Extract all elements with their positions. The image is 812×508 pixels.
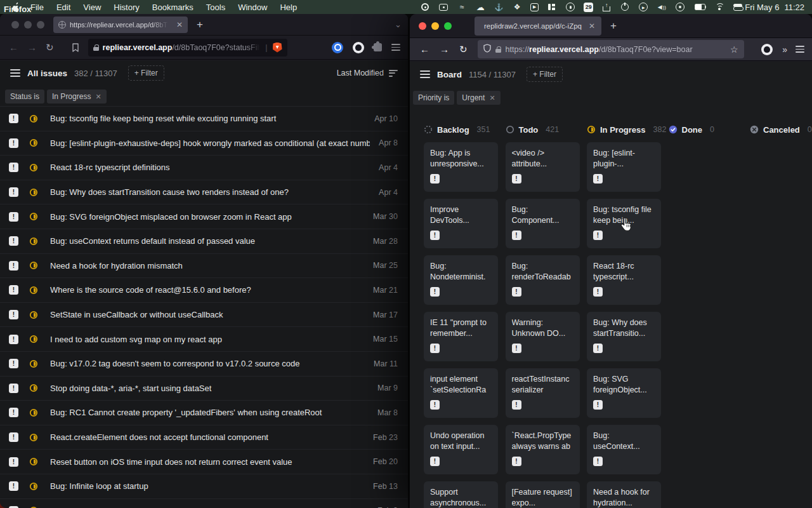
priority-urgent-icon[interactable] <box>9 285 18 295</box>
status-in-progress-icon[interactable] <box>29 163 38 172</box>
issue-row[interactable]: SetState in useCallback or without useCa… <box>0 302 408 327</box>
priority-urgent-icon[interactable] <box>9 261 18 271</box>
brave-shield-icon[interactable] <box>273 43 282 53</box>
new-tab-button[interactable]: + <box>197 18 203 31</box>
status-in-progress-icon[interactable] <box>29 457 38 466</box>
issue-row[interactable]: [DevTools Bug] Unsupported Bridge operat… <box>0 498 408 508</box>
priority-urgent-icon[interactable] <box>512 231 521 240</box>
board-card[interactable]: reactTestInstanc serializer <box>506 368 580 418</box>
tab-list-chevron-icon[interactable]: ⌄ <box>395 20 402 29</box>
board-card[interactable]: Improve DevTools... <box>424 199 498 248</box>
issue-row[interactable]: Where is the source code of react@15.6.0… <box>0 277 408 302</box>
calendar-icon[interactable]: 29 <box>584 3 593 12</box>
lock-icon[interactable] <box>93 44 99 51</box>
status-in-progress-icon[interactable] <box>29 408 38 417</box>
add-filter-button[interactable]: + Filter <box>527 67 563 82</box>
dropbox-icon[interactable]: ❖ <box>512 2 522 12</box>
address-bar[interactable]: repliear.vercel.app/d/8bTaoq7F0e?statusF… <box>88 39 287 57</box>
lock-icon[interactable] <box>495 46 501 53</box>
forward-button[interactable]: → <box>27 42 37 53</box>
reload-button[interactable]: ↻ <box>46 42 54 53</box>
one-password-icon[interactable] <box>565 2 575 12</box>
priority-urgent-icon[interactable] <box>512 457 521 466</box>
docker-icon[interactable]: ⚓ <box>494 2 504 12</box>
board-card[interactable]: Bug: useContext... <box>587 425 661 474</box>
priority-urgent-icon[interactable] <box>9 163 18 172</box>
status-in-progress-icon[interactable] <box>29 286 38 295</box>
screen-record-icon[interactable] <box>438 2 449 12</box>
remove-filter-icon[interactable]: ✕ <box>489 94 495 102</box>
extensions-puzzle-icon[interactable] <box>374 43 382 51</box>
browser-menu-icon[interactable] <box>796 46 804 53</box>
reload-button[interactable]: ↻ <box>459 44 468 55</box>
play-square-icon[interactable]: ▶ <box>530 3 539 11</box>
board-card[interactable]: Bug: Why does startTransitio... <box>587 312 661 361</box>
remove-filter-icon[interactable]: ✕ <box>95 93 101 101</box>
minimize-window-button[interactable] <box>24 21 32 29</box>
status-in-progress-icon[interactable] <box>29 114 38 123</box>
priority-urgent-icon[interactable] <box>512 400 521 410</box>
status-in-progress-icon[interactable] <box>29 384 38 392</box>
battery-icon[interactable] <box>693 2 706 12</box>
issue-row[interactable]: Bug: [eslint-plugin-exhaustive-deps] hoo… <box>0 131 408 156</box>
wifi-icon[interactable] <box>714 2 724 12</box>
filter-chip[interactable]: Status is <box>5 90 44 104</box>
issue-row[interactable]: Bug: RC1 Cannot create property '_update… <box>0 400 408 425</box>
filter-chip[interactable]: Urgent ✕ <box>457 91 500 105</box>
cloud-icon[interactable]: ☁ <box>475 2 485 12</box>
status-in-progress-icon[interactable] <box>29 188 38 197</box>
priority-urgent-icon[interactable] <box>9 236 18 246</box>
issue-row[interactable]: Bug: v17.0.2 tag doesn't seem to corresp… <box>0 351 408 376</box>
issue-row[interactable]: Bug: tsconfig file keep being reset whil… <box>0 106 408 131</box>
priority-urgent-icon[interactable] <box>9 481 18 491</box>
issue-row[interactable]: React 18-rc typescript definitions Apr 4 <box>0 155 408 180</box>
bookmark-star-icon[interactable]: ☆ <box>730 44 738 55</box>
board-card[interactable]: Warning: Unknown DO... <box>506 312 580 361</box>
board-card[interactable]: <video /> attribute... <box>506 142 580 192</box>
overflow-chevrons-icon[interactable]: » <box>782 44 786 55</box>
board-card[interactable]: input element `setSelectionRa <box>424 368 498 418</box>
menu-app-name[interactable]: Firefox <box>0 4 812 14</box>
board-card[interactable]: Bug: SVG foreignObject... <box>587 368 661 418</box>
priority-urgent-icon[interactable] <box>593 457 603 466</box>
priority-urgent-icon[interactable] <box>593 344 603 353</box>
vpn-icon[interactable]: ≈ <box>457 2 467 12</box>
priority-urgent-icon[interactable] <box>9 187 18 197</box>
priority-urgent-icon[interactable] <box>9 114 18 123</box>
browser-tab[interactable]: replidraw2.vercel.app/d/c-iZpq ✕ <box>475 17 601 36</box>
back-button[interactable]: ← <box>420 44 429 55</box>
board-card[interactable]: Bug: Component... <box>506 199 580 248</box>
status-in-progress-icon[interactable] <box>29 237 38 246</box>
sort-label[interactable]: Last Modified <box>337 69 384 77</box>
issue-row[interactable]: Bug: SVG foreignObject misplaced on brow… <box>0 204 408 229</box>
github-extension-icon[interactable] <box>761 44 773 55</box>
status-in-progress-icon[interactable] <box>29 138 38 147</box>
priority-urgent-icon[interactable] <box>9 457 18 467</box>
forward-button[interactable]: → <box>440 44 449 55</box>
status-in-progress-icon[interactable] <box>29 261 38 270</box>
issue-row[interactable]: Bug: Infinite loop at startup Feb 13 <box>0 474 408 498</box>
priority-urgent-icon[interactable] <box>430 287 440 297</box>
priority-urgent-icon[interactable] <box>9 384 18 393</box>
priority-urgent-icon[interactable] <box>430 231 440 240</box>
browser-menu-icon[interactable] <box>391 44 400 51</box>
tab-close-icon[interactable]: ✕ <box>176 20 183 29</box>
priority-urgent-icon[interactable] <box>9 408 18 417</box>
filter-chip[interactable]: In Progress ✕ <box>47 90 107 104</box>
priority-urgent-icon[interactable] <box>512 344 521 353</box>
priority-urgent-icon[interactable] <box>9 212 18 222</box>
board-card[interactable]: Need a hook for hydration... <box>587 481 661 508</box>
window-layout-icon[interactable] <box>547 2 557 12</box>
priority-urgent-icon[interactable] <box>593 400 603 410</box>
priority-urgent-icon[interactable] <box>430 174 440 184</box>
power-icon[interactable] <box>620 2 630 12</box>
siri-icon[interactable] <box>675 2 685 12</box>
github-extension-icon[interactable] <box>353 42 364 53</box>
priority-urgent-icon[interactable] <box>593 231 603 240</box>
volume-icon[interactable]: ◀ <box>657 2 667 12</box>
issue-row[interactable]: Need a hook for hydration mismatch Mar 2… <box>0 253 408 278</box>
play-circle-icon[interactable] <box>638 2 648 12</box>
priority-urgent-icon[interactable] <box>9 432 18 442</box>
priority-urgent-icon[interactable] <box>430 344 440 353</box>
board-card[interactable]: Bug: renderToReadab <box>506 255 580 305</box>
